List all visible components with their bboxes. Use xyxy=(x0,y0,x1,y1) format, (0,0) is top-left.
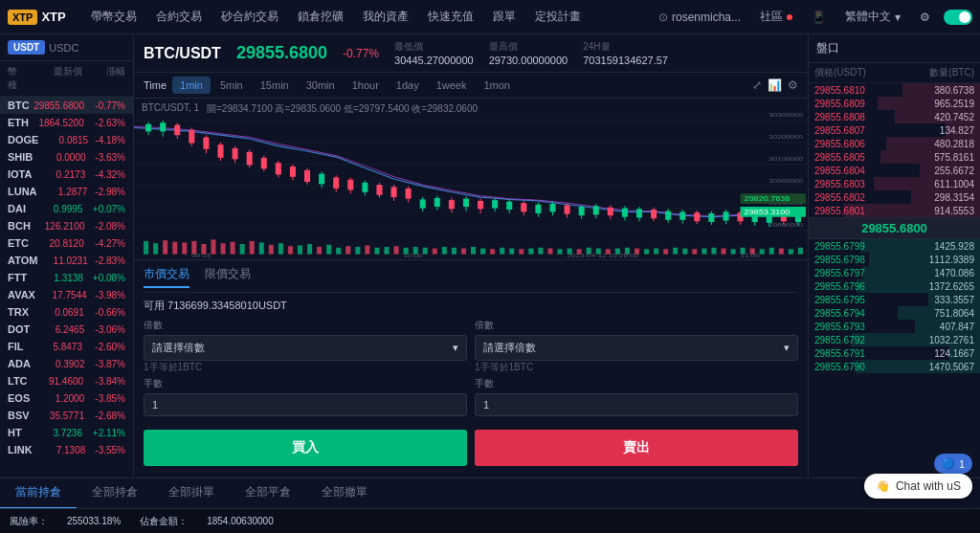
coin-row-dot[interactable]: DOT 6.2465 -3.06% xyxy=(0,321,133,338)
indicator-icon[interactable]: 📊 xyxy=(768,78,782,92)
sell-qty-input[interactable] xyxy=(475,393,798,416)
nav-items: 帶幣交易 合約交易 砂合約交易 鎖倉挖礦 我的資產 快速充值 跟單 定投計畫 xyxy=(81,0,653,34)
ob-sell-5[interactable]: 29855.6806 480.2818 xyxy=(809,137,980,150)
tab-5min[interactable]: 5min xyxy=(212,77,251,94)
coin-row-dai[interactable]: DAI 0.9995 +0.07% xyxy=(0,200,133,217)
chart-stat-high: 最高價 29730.00000000 xyxy=(489,40,568,66)
coin-row-ltc[interactable]: LTC 91.4600 -3.84% xyxy=(0,372,133,389)
btab-current[interactable]: 當前持倉 xyxy=(0,478,77,509)
ob-sell-2[interactable]: 29855.6809 965.2519 xyxy=(809,97,980,110)
chart-icons: ⤢ 📊 ⚙ xyxy=(752,78,798,92)
settings-chart-icon[interactable]: ⚙ xyxy=(788,78,798,92)
btab-all[interactable]: 全部持倉 xyxy=(77,478,153,509)
ob-buy-7[interactable]: 29855.6793 407.847 xyxy=(809,320,980,333)
community[interactable]: 社區 xyxy=(754,9,798,25)
nav-砂合约交易[interactable]: 砂合約交易 xyxy=(212,0,288,34)
orderbook-cols: 價格(USDT) 數量(BTC) xyxy=(809,63,980,83)
tab-15min[interactable]: 15min xyxy=(253,77,297,94)
tab-1mon[interactable]: 1mon xyxy=(476,77,518,94)
svg-rect-56 xyxy=(449,200,455,209)
ob-buy-2[interactable]: 29855.6798 1112.9389 xyxy=(809,253,980,266)
nav-跟单[interactable]: 跟單 xyxy=(483,0,525,34)
coin-row-ftt[interactable]: FTT 1.3138 +0.08% xyxy=(0,269,133,286)
chat-button[interactable]: 👋 Chat with uS xyxy=(864,474,972,499)
coin-row-link[interactable]: LINK 7.1308 -3.55% xyxy=(0,441,133,458)
sell-button[interactable]: 賣出 xyxy=(475,430,798,466)
svg-rect-80 xyxy=(622,209,628,217)
coin-row-ht[interactable]: HT 3.7236 +2.11% xyxy=(0,424,133,441)
nav-快速充值[interactable]: 快速充值 xyxy=(418,0,483,34)
settings-icon[interactable]: ⚙ xyxy=(914,11,936,24)
ob-buy-1[interactable]: 29855.6799 1425.928 xyxy=(809,239,980,253)
ob-buy-4[interactable]: 29855.6796 1372.6265 xyxy=(809,279,980,293)
btab-cancel[interactable]: 全部撤單 xyxy=(306,478,383,509)
coin-row-ada[interactable]: ADA 0.3902 -3.87% xyxy=(0,355,133,372)
nav-我的资产[interactable]: 我的資產 xyxy=(353,0,418,34)
left-sidebar: USDT USDC 幣種 最新價 漲幅 BTC 29855.6800 -0.77… xyxy=(0,34,134,477)
ob-sell-3[interactable]: 29855.6808 420.7452 xyxy=(809,110,980,123)
language-selector[interactable]: 繁體中文 ▾ xyxy=(839,9,906,25)
coin-row-eos[interactable]: EOS 1.2000 -3.85% xyxy=(0,389,133,407)
ob-buy-3[interactable]: 29855.6797 1470.086 xyxy=(809,266,980,279)
nav-合约交易[interactable]: 合約交易 xyxy=(146,0,212,34)
user-menu[interactable]: ⊙ rosenmicha... xyxy=(653,11,746,24)
svg-rect-122 xyxy=(259,242,264,254)
ob-buy-8[interactable]: 29855.6792 1032.2761 xyxy=(809,333,980,346)
svg-rect-142 xyxy=(452,248,457,255)
svg-rect-14 xyxy=(145,124,151,132)
coin-row-avax[interactable]: AVAX 17.7544 -3.98% xyxy=(0,286,133,303)
tab-limit[interactable]: 限價交易 xyxy=(205,266,251,288)
svg-rect-50 xyxy=(406,189,412,199)
nav-锁仓挖矿[interactable]: 鎖倉挖礦 xyxy=(288,0,353,34)
ob-sell-9[interactable]: 29855.6802 298.3154 xyxy=(809,190,980,204)
coin-row-atom[interactable]: ATOM 11.0231 -2.83% xyxy=(0,252,133,269)
svg-rect-20 xyxy=(189,130,194,144)
tab-30min[interactable]: 30min xyxy=(299,77,343,94)
coin-row-bsv[interactable]: BSV 35.5771 -2.68% xyxy=(0,407,133,424)
fullscreen-icon[interactable]: ⤢ xyxy=(752,78,762,92)
coin-row-luna[interactable]: LUNA 1.2877 -2.98% xyxy=(0,183,133,200)
coin-row-bch[interactable]: BCH 126.2100 -2.08% xyxy=(0,217,133,234)
chat-notification[interactable]: 🔵 1 xyxy=(934,454,972,474)
coin-row-btc[interactable]: BTC 29855.6800 -0.77% xyxy=(0,97,133,114)
tab-1day[interactable]: 1day xyxy=(389,77,427,94)
ob-buy-5[interactable]: 29855.6795 333.3557 xyxy=(809,293,980,306)
ob-sell-8[interactable]: 29855.6803 611.1004 xyxy=(809,177,980,190)
ob-sell-4[interactable]: 29855.6807 134.827 xyxy=(809,123,980,137)
mobile-icon[interactable]: 📱 xyxy=(806,11,832,24)
ob-sell-7[interactable]: 29855.6804 255.6672 xyxy=(809,164,980,177)
risk-value: 255033.18% xyxy=(67,516,121,526)
svg-rect-16 xyxy=(160,122,166,131)
tab-market[interactable]: 市價交易 xyxy=(144,266,189,288)
coin-row-trx[interactable]: TRX 0.0691 -0.66% xyxy=(0,303,133,321)
coin-row-doge[interactable]: DOGE 0.0815 -4.18% xyxy=(0,131,133,148)
ob-sell-10[interactable]: 29855.6801 914.5553 xyxy=(809,204,980,217)
tab-1week[interactable]: 1week xyxy=(429,77,475,94)
nav-定投计划[interactable]: 定投計畫 xyxy=(525,0,590,34)
ob-buy-9[interactable]: 29855.6791 124.1667 xyxy=(809,346,980,360)
theme-toggle[interactable] xyxy=(944,10,972,25)
coin-row-iota[interactable]: IOTA 0.2173 -4.32% xyxy=(0,166,133,183)
sell-leverage-select[interactable]: 請選擇倍數 ▾ xyxy=(475,335,798,361)
buy-qty-input[interactable] xyxy=(144,393,467,416)
coin-row-shib[interactable]: SHIB 0.0000 -3.63% xyxy=(0,148,133,166)
tab-1hour[interactable]: 1hour xyxy=(345,77,387,94)
coin-row-etc[interactable]: ETC 20.8120 -4.27% xyxy=(0,234,133,252)
btab-orders[interactable]: 全部掛單 xyxy=(153,478,230,509)
chat-notif-icon: 🔵 xyxy=(942,457,955,470)
btab-close[interactable]: 全部平倉 xyxy=(230,478,306,509)
chart-area[interactable]: 30300000 30200000 30100000 30000000 2990… xyxy=(134,99,808,259)
tab-1min[interactable]: 1min xyxy=(172,77,211,94)
ob-buy-10[interactable]: 29855.6790 1470.5067 xyxy=(809,360,980,373)
logo[interactable]: XTP XTP xyxy=(8,10,66,25)
ob-sell-6[interactable]: 29855.6805 575.8161 xyxy=(809,150,980,164)
ob-sell-1[interactable]: 29855.6810 380.6738 xyxy=(809,83,980,97)
ob-buy-6[interactable]: 29855.6794 751.8064 xyxy=(809,306,980,320)
buy-button[interactable]: 買入 xyxy=(144,430,467,466)
coin-row-fil[interactable]: FIL 5.8473 -2.60% xyxy=(0,338,133,355)
nav-带币交易[interactable]: 帶幣交易 xyxy=(81,0,146,34)
chart-indicator-label: BTC/USDT, 1 xyxy=(142,102,199,116)
buy-leverage-select[interactable]: 請選擇倍數 ▾ xyxy=(144,335,467,361)
coin-row-eth[interactable]: ETH 1864.5200 -2.63% xyxy=(0,114,133,131)
pair-change: -0.77% xyxy=(343,47,379,60)
